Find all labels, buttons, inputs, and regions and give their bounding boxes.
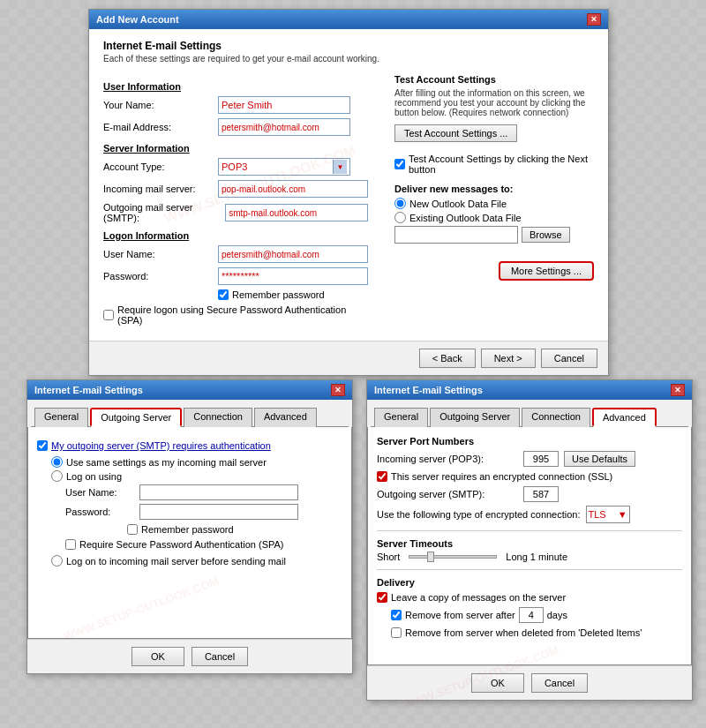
tab-general-left[interactable]: General	[34, 408, 88, 427]
spa-checkbox[interactable]	[103, 310, 114, 320]
new-outlook-radio[interactable]	[394, 198, 406, 209]
logon-username-row: User Name: petersmith@hotmail.com	[103, 245, 368, 263]
outgoing-port-input[interactable]: 587	[523, 486, 559, 502]
use-defaults-btn[interactable]: Use Defaults	[564, 451, 635, 467]
leave-copy-label: Leave a copy of messages on the server	[391, 592, 566, 603]
tab-connection-right[interactable]: Connection	[522, 408, 590, 427]
incoming-server-row: Incoming mail server: pop-mail.outlook.c…	[103, 180, 368, 198]
test-next-checkbox[interactable]	[394, 159, 405, 169]
timeout-slider[interactable]	[409, 555, 497, 559]
log-before-radio[interactable]	[51, 555, 63, 567]
spa-label: Require logon using Secure Password Auth…	[117, 304, 368, 326]
leave-copy-checkbox[interactable]	[377, 592, 387, 603]
log-before-row: Log on to incoming mail server before se…	[51, 555, 342, 567]
ssl-label: This server requires an encrypted connec…	[391, 471, 612, 482]
remove-after-checkbox[interactable]	[391, 610, 402, 620]
smtp-auth-checkbox[interactable]	[37, 440, 48, 451]
main-content: Internet E-mail Settings Each of these s…	[89, 29, 608, 341]
left-ok-btn[interactable]: OK	[131, 647, 184, 666]
smtp-spa-row: Require Secure Password Authentication (…	[65, 539, 342, 550]
days-spinbox[interactable]: 4	[519, 607, 544, 623]
server-timeouts-header: Server Timeouts	[377, 538, 682, 549]
smtp-spa-label: Require Secure Password Authentication (…	[79, 539, 284, 550]
next-btn[interactable]: Next >	[481, 349, 536, 368]
data-file-input[interactable]	[394, 226, 518, 244]
remove-deleted-checkbox[interactable]	[391, 627, 402, 638]
main-dialog-title: Add New Account	[96, 14, 179, 25]
test-account-btn[interactable]: Test Account Settings ...	[394, 124, 517, 142]
right-title-bar: Internet E-mail Settings ✕	[367, 380, 692, 400]
smtp-password-row: Password:	[65, 504, 342, 520]
test-account-header: Test Account Settings	[394, 74, 594, 85]
left-cancel-btn[interactable]: Cancel	[192, 647, 248, 666]
logon-fields: User Name: Password: Remember password R…	[65, 484, 342, 550]
main-title-bar: Add New Account ✕	[89, 10, 608, 29]
your-name-label: Your Name:	[103, 100, 218, 110]
left-close-btn[interactable]: ✕	[331, 384, 345, 396]
smtp-spa-checkbox[interactable]	[65, 539, 76, 550]
tab-outgoing-server[interactable]: Outgoing Server	[90, 408, 182, 427]
password-row: Password: **********	[103, 267, 368, 285]
right-cancel-btn[interactable]: Cancel	[531, 673, 588, 693]
tab-advanced-right[interactable]: Advanced	[592, 408, 657, 427]
logon-info-header: Logon Information	[103, 230, 368, 241]
tab-connection-left[interactable]: Connection	[184, 408, 252, 427]
delivery-section: Delivery Leave a copy of messages on the…	[377, 577, 682, 638]
logon-username-input[interactable]: petersmith@hotmail.com	[218, 245, 368, 263]
tab-general-right[interactable]: General	[374, 408, 428, 427]
server-timeouts-section: Server Timeouts Short Long 1 minute	[377, 538, 682, 562]
main-dialog: Add New Account ✕ Internet E-mail Settin…	[88, 9, 609, 376]
smtp-options: Use same settings as my incoming mail se…	[51, 456, 342, 567]
close-button[interactable]: ✕	[587, 13, 601, 26]
tab-advanced-left[interactable]: Advanced	[254, 408, 317, 427]
existing-outlook-radio[interactable]	[394, 212, 406, 223]
back-btn[interactable]: < Back	[419, 349, 476, 368]
right-dialog-title: Internet E-mail Settings	[374, 385, 483, 395]
dropdown-arrow-icon: ▼	[333, 160, 347, 174]
tls-select[interactable]: TLS ▼	[586, 506, 630, 523]
new-outlook-label: New Outlook Data File	[409, 199, 507, 209]
password-input[interactable]: **********	[218, 267, 368, 285]
use-same-radio[interactable]	[51, 456, 63, 468]
remember-password-checkbox[interactable]	[218, 289, 229, 300]
right-close-btn[interactable]: ✕	[671, 384, 685, 396]
incoming-server-label: Incoming mail server:	[103, 184, 218, 194]
ssl-checkbox[interactable]	[377, 471, 387, 482]
account-type-label: Account Type:	[103, 161, 218, 172]
account-type-row: Account Type: POP3 ▼	[103, 158, 368, 176]
existing-outlook-label: Existing Outlook Data File	[409, 213, 522, 223]
ssl-row: This server requires an encrypted connec…	[377, 471, 682, 482]
more-settings-btn[interactable]: More Settings ...	[499, 261, 594, 281]
incoming-pop3-label: Incoming server (POP3):	[377, 454, 518, 464]
test-account-description: After filling out the information on thi…	[394, 88, 594, 117]
log-on-label: Log on using	[66, 471, 122, 482]
smtp-remember-row: Remember password	[127, 524, 342, 535]
left-dialog-title: Internet E-mail Settings	[34, 385, 143, 395]
outgoing-port-row: Outgoing server (SMTP): 587	[377, 486, 682, 502]
outgoing-server-label: Outgoing mail server (SMTP):	[103, 202, 225, 223]
tab-outgoing-right[interactable]: Outgoing Server	[430, 408, 520, 427]
incoming-port-input[interactable]: 995	[523, 451, 559, 467]
smtp-username-input[interactable]	[139, 484, 298, 500]
email-address-input[interactable]: petersmith@hotmail.com	[218, 118, 350, 136]
browse-btn[interactable]: Browse	[522, 227, 570, 243]
right-tab-bar: General Outgoing Server Connection Advan…	[371, 403, 688, 427]
left-tab-content: My outgoing server (SMTP) requires authe…	[27, 427, 352, 639]
tls-dropdown-arrow: ▼	[618, 509, 627, 520]
outgoing-smtp-label: Outgoing server (SMTP):	[377, 489, 518, 499]
short-label: Short	[377, 552, 400, 562]
right-ok-btn[interactable]: OK	[471, 673, 524, 693]
account-type-select[interactable]: POP3 ▼	[218, 158, 350, 176]
your-name-input[interactable]: Peter Smith	[218, 96, 350, 114]
cancel-btn[interactable]: Cancel	[541, 349, 597, 368]
outgoing-server-input[interactable]: smtp-mail.outlook.com	[225, 204, 368, 221]
incoming-port-row: Incoming server (POP3): 995 Use Defaults	[377, 451, 682, 467]
incoming-server-input[interactable]: pop-mail.outlook.com	[218, 180, 368, 198]
log-on-radio[interactable]	[51, 470, 63, 482]
smtp-remember-checkbox[interactable]	[127, 524, 138, 535]
log-before-label: Log on to incoming mail server before se…	[66, 556, 286, 567]
data-file-row: Browse	[394, 226, 594, 244]
smtp-auth-label: My outgoing server (SMTP) requires authe…	[51, 440, 271, 451]
smtp-password-input[interactable]	[139, 504, 298, 520]
right-dialog-footer: OK Cancel	[367, 665, 692, 700]
